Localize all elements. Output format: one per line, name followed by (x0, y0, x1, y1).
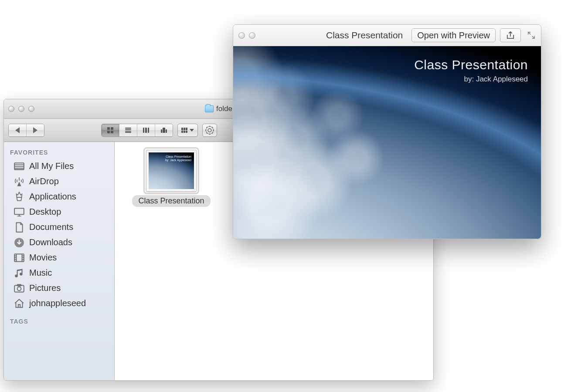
list-icon (125, 128, 131, 133)
close-button[interactable] (8, 106, 14, 112)
sidebar-item-pictures[interactable]: Pictures (4, 280, 114, 296)
slide-title-block: Class Presentation by: Jack Appleseed (414, 57, 528, 84)
home-icon (14, 299, 25, 308)
airdrop-icon (14, 177, 25, 186)
movies-icon (14, 253, 25, 263)
sidebar-item-label: Music (29, 268, 52, 278)
sidebar-item-label: Movies (29, 253, 57, 263)
folder-icon (205, 105, 214, 112)
share-button[interactable] (500, 28, 521, 42)
all-my-files-icon (14, 162, 25, 171)
open-with-preview-button[interactable]: Open with Preview (411, 28, 496, 42)
minimize-button[interactable] (18, 106, 24, 112)
back-button[interactable] (9, 124, 26, 136)
finder-sidebar: FAVORITES All My Files AirDrop Applicati… (4, 142, 115, 380)
sidebar-item-documents[interactable]: Documents (4, 220, 114, 235)
sidebar-item-movies[interactable]: Movies (4, 250, 114, 265)
file-label[interactable]: Class Presentation (132, 195, 210, 207)
sidebar-item-label: johnappleseed (29, 298, 86, 308)
grid-icon (107, 127, 113, 133)
slide-byline: by: Jack Appleseed (414, 75, 528, 84)
applications-icon (14, 192, 25, 202)
view-icon-columns[interactable] (137, 124, 155, 136)
svg-point-5 (17, 287, 21, 291)
sidebar-item-label: Downloads (29, 237, 72, 247)
fullscreen-icon (527, 31, 535, 39)
sidebar-item-label: AirDrop (29, 176, 59, 186)
forward-button[interactable] (26, 124, 44, 136)
sidebar-heading-tags: TAGS (4, 315, 114, 328)
arrange-menu-button[interactable] (177, 124, 198, 137)
file-thumbnail: Class Presentation by: Jack Appleseed (146, 150, 197, 192)
sidebar-heading-favorites: FAVORITES (4, 146, 114, 159)
quicklook-title: Class Presentation (326, 30, 403, 41)
view-icon-grid[interactable] (102, 124, 119, 136)
quicklook-window: Class Presentation Open with Preview Cla… (233, 24, 541, 239)
documents-icon (14, 223, 25, 232)
sidebar-item-home[interactable]: johnappleseed (4, 296, 114, 311)
sidebar-item-label: Documents (29, 222, 73, 232)
sidebar-item-downloads[interactable]: Downloads (4, 235, 114, 250)
open-with-label: Open with Preview (417, 30, 490, 41)
columns-icon (143, 128, 149, 133)
slide-title: Class Presentation (414, 57, 528, 72)
share-icon (506, 31, 515, 39)
svg-rect-1 (14, 208, 24, 214)
sidebar-item-music[interactable]: Music (4, 265, 114, 280)
zoom-button[interactable] (28, 106, 34, 112)
view-icon-coverflow[interactable] (155, 124, 173, 136)
nav-back-forward (8, 124, 44, 137)
sidebar-item-airdrop[interactable]: AirDrop (4, 174, 114, 189)
pictures-icon (14, 284, 25, 293)
coverflow-icon (161, 128, 167, 133)
fullscreen-button[interactable] (527, 31, 536, 40)
gear-icon (206, 127, 213, 134)
sidebar-item-label: All My Files (29, 161, 74, 171)
quicklook-preview: Class Presentation by: Jack Appleseed (233, 46, 541, 239)
file-item[interactable]: Class Presentation by: Jack Appleseed Cl… (128, 150, 215, 207)
thumbnail-slide-text: Class Presentation by: Jack Appleseed (165, 155, 191, 162)
chevron-down-icon (190, 129, 194, 132)
sidebar-item-label: Pictures (29, 283, 61, 293)
sidebar-item-label: Desktop (29, 207, 61, 217)
desktop-icon (14, 207, 25, 217)
music-icon (14, 268, 25, 278)
quicklook-traffic-lights (238, 32, 255, 39)
sidebar-item-label: Applications (29, 192, 76, 202)
sidebar-item-applications[interactable]: Applications (4, 189, 114, 204)
finder-traffic-lights (8, 106, 34, 112)
action-menu-button[interactable] (202, 124, 217, 137)
downloads-icon (14, 238, 25, 247)
quicklook-titlebar[interactable]: Class Presentation Open with Preview (233, 25, 541, 46)
chevron-right-icon (33, 127, 37, 133)
zoom-button[interactable] (249, 32, 255, 39)
chevron-left-icon (15, 127, 20, 133)
close-button[interactable] (238, 32, 245, 39)
sidebar-item-all-my-files[interactable]: All My Files (4, 159, 114, 174)
arrange-icon (181, 128, 187, 133)
view-mode-segmented (101, 124, 173, 137)
view-icon-list[interactable] (119, 124, 137, 136)
finder-title-text: folde (216, 105, 232, 113)
sidebar-item-desktop[interactable]: Desktop (4, 204, 114, 220)
